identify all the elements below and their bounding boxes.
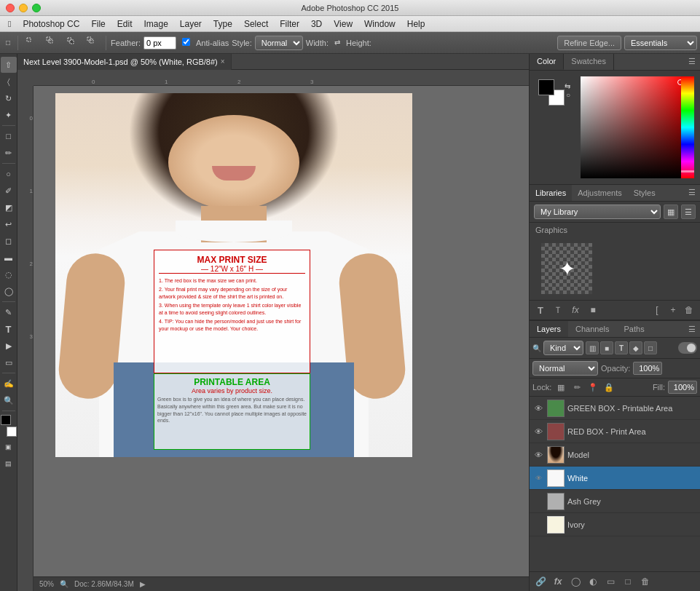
feather-input[interactable] — [143, 36, 176, 49]
type-tool[interactable]: T — [1, 321, 17, 337]
swap-colors-icon[interactable]: ⇆ — [565, 82, 570, 90]
foreground-color-swatch[interactable] — [1, 415, 11, 425]
eraser-tool[interactable]: ◻ — [1, 233, 17, 249]
fill-input[interactable] — [668, 381, 697, 394]
hand-tool[interactable]: ✍ — [1, 376, 17, 392]
subtract-selection-btn[interactable] — [63, 35, 81, 51]
filter-smartobject-btn[interactable]: □ — [644, 341, 657, 354]
menu-edit[interactable]: Edit — [112, 18, 138, 30]
screen-mode-btn[interactable]: ▤ — [1, 456, 17, 472]
fg-bg-swatches[interactable] — [538, 79, 565, 106]
canvas-scroll[interactable]: 0 1 2 3 0 1 2 3 — [17, 70, 529, 591]
color-picker-area[interactable]: ⇆ ○ — [535, 76, 694, 178]
kind-dropdown[interactable]: Kind — [543, 341, 583, 355]
tab-channels[interactable]: Channels — [568, 321, 616, 337]
menu-3d[interactable]: 3D — [306, 18, 327, 30]
text-style-icon[interactable]: Ｔ — [551, 304, 565, 317]
tab-swatches[interactable]: Swatches — [564, 54, 614, 70]
default-colors-icon[interactable]: ○ — [566, 91, 570, 99]
menu-file[interactable]: File — [86, 18, 110, 30]
color-swatches[interactable] — [1, 415, 17, 437]
workspace-select[interactable]: Essentials — [624, 36, 697, 50]
zoom-tool[interactable]: 🔍 — [1, 392, 17, 408]
add-style-icon[interactable]: fx — [551, 575, 565, 588]
layer-visibility-white[interactable]: 👁 — [532, 472, 544, 484]
swap-wh-btn[interactable]: ⇄ — [331, 37, 343, 48]
menu-apple[interactable]:  — [3, 18, 16, 30]
eyedropper-tool[interactable]: ✏ — [1, 145, 17, 161]
shape-tool[interactable]: ▭ — [1, 354, 17, 370]
library-delete-icon[interactable]: 🗑 — [683, 304, 696, 317]
layers-panel-options[interactable]: ☰ — [684, 325, 700, 334]
lock-position-btn[interactable]: 📍 — [586, 381, 599, 394]
brush-tool[interactable]: ✐ — [1, 183, 17, 199]
filter-adjustment-btn[interactable]: ■ — [600, 341, 613, 354]
magic-wand-tool[interactable]: ✦ — [1, 107, 17, 123]
filter-type-btn[interactable]: T — [615, 341, 628, 354]
new-fill-layer-icon[interactable]: ◐ — [586, 575, 599, 588]
maximize-button[interactable] — [32, 4, 41, 12]
add-selection-btn[interactable] — [43, 35, 60, 51]
new-selection-btn[interactable] — [23, 35, 40, 51]
new-group-icon[interactable]: ▭ — [604, 575, 617, 588]
tab-color[interactable]: Color — [530, 54, 564, 70]
image-canvas[interactable]: MAX PRINT SIZE — 12″W x 16″ H — 1. The r… — [55, 93, 412, 457]
background-color-swatch[interactable] — [7, 427, 17, 437]
tab-styles[interactable]: Styles — [628, 185, 661, 201]
antialias-checkbox[interactable] — [179, 36, 193, 49]
antialias-check[interactable] — [182, 38, 190, 46]
marquee-tool[interactable]: 〈 — [1, 74, 17, 90]
path-selection-tool[interactable]: ▶ — [1, 338, 17, 354]
menu-select[interactable]: Select — [239, 18, 273, 30]
tab-libraries[interactable]: Libraries — [530, 185, 572, 201]
foreground-swatch[interactable] — [538, 79, 554, 95]
opacity-input[interactable] — [633, 362, 662, 375]
libraries-options[interactable]: ☰ — [684, 185, 700, 201]
layer-visibility-ivory[interactable] — [532, 519, 544, 531]
dodge-tool[interactable]: ◯ — [1, 283, 17, 299]
menu-window[interactable]: Window — [359, 18, 401, 30]
tab-adjustments[interactable]: Adjustments — [572, 185, 628, 201]
move-tool[interactable]: ⇧ — [1, 57, 17, 73]
library-grid-view[interactable]: ▦ — [664, 205, 678, 219]
type-tool-icon[interactable]: T — [534, 304, 547, 317]
tab-layers[interactable]: Layers — [530, 321, 568, 337]
layer-row-ivory[interactable]: Ivory — [530, 513, 700, 536]
close-button[interactable] — [6, 4, 15, 12]
tab-paths[interactable]: Paths — [617, 321, 652, 337]
layer-visibility-green-box[interactable]: 👁 — [532, 402, 544, 414]
library-search-icon[interactable]: [ — [650, 304, 664, 317]
color-fill-icon[interactable]: ■ — [586, 304, 599, 317]
document-tab[interactable]: Next Level 3900-Model-1.psd @ 50% (White… — [17, 54, 232, 70]
refine-edge-button[interactable]: Refine Edge... — [557, 36, 621, 50]
clone-stamp-tool[interactable]: ◩ — [1, 199, 17, 215]
layer-row-model[interactable]: 👁 Model — [530, 443, 700, 467]
crop-tool[interactable]: □ — [1, 128, 17, 144]
healing-brush-tool[interactable]: ○ — [1, 166, 17, 182]
gradient-tool[interactable]: ▬ — [1, 250, 17, 266]
menu-filter[interactable]: Filter — [275, 18, 304, 30]
history-brush-tool[interactable]: ↩ — [1, 216, 17, 232]
saturation-brightness-picker[interactable] — [581, 76, 686, 178]
menu-type[interactable]: Type — [208, 18, 237, 30]
menu-photoshop[interactable]: Photoshop CC — [17, 18, 84, 30]
pen-tool[interactable]: ✎ — [1, 304, 17, 320]
fx-icon[interactable]: fx — [569, 304, 582, 317]
minimize-button[interactable] — [19, 4, 28, 12]
layer-visibility-red-box[interactable]: 👁 — [532, 426, 544, 437]
lasso-tool[interactable]: ↻ — [1, 90, 17, 106]
tab-close-button[interactable]: × — [221, 57, 225, 66]
marquee-tool-btn[interactable]: □ — [3, 37, 13, 48]
new-layer-icon[interactable]: □ — [621, 575, 634, 588]
filter-pixel-btn[interactable]: ▥ — [586, 341, 599, 354]
layer-row-white[interactable]: 👁 White — [530, 467, 700, 490]
lock-image-btn[interactable]: ✏ — [570, 381, 583, 394]
blur-tool[interactable]: ◌ — [1, 266, 17, 282]
menu-help[interactable]: Help — [402, 18, 430, 30]
quick-mask-btn[interactable]: ▣ — [1, 439, 17, 455]
delete-layer-icon[interactable]: 🗑 — [639, 575, 652, 588]
menu-image[interactable]: Image — [138, 18, 173, 30]
style-select[interactable]: Normal — [255, 36, 303, 50]
library-add-icon[interactable]: + — [666, 304, 680, 317]
menu-view[interactable]: View — [329, 18, 358, 30]
